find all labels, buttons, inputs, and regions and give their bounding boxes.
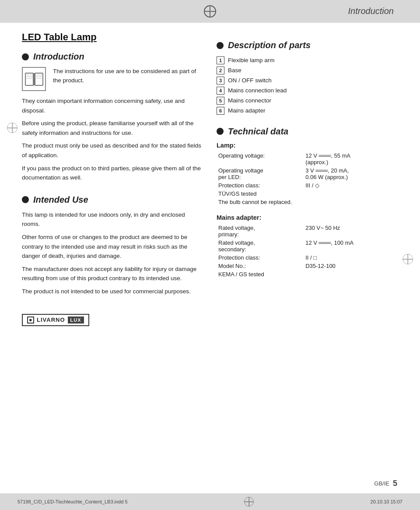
- parts-list: 1 Flexible lamp arm 2 Base 3 ON / OFF sw…: [217, 56, 398, 116]
- description-title: Description of parts: [228, 40, 311, 50]
- lamp-val-3: III / ◇: [304, 181, 398, 190]
- logo-suffix: LUX: [68, 317, 84, 324]
- mains-val-2: 12 V ═══, 100 mA: [304, 239, 398, 253]
- intended-text-4: The product is not intended to be used f…: [22, 287, 203, 296]
- right-column: Description of parts 1 Flexible lamp arm…: [217, 32, 398, 485]
- footer: 57198_C/D_LED-Tischleuchte_Content_LB3.i…: [0, 493, 420, 510]
- mains-val-3: II / □: [304, 253, 398, 262]
- part-label-3: ON / OFF switch: [228, 76, 272, 86]
- lamp-title: Lamp:: [217, 142, 398, 149]
- intro-bullet-icon: [22, 53, 29, 60]
- page-title-top: Introduction: [348, 6, 394, 16]
- table-row: TÜV/GS tested: [217, 190, 398, 198]
- mains-kema: KEMA / GS tested: [217, 270, 398, 278]
- table-row: Model No.: D35-12-100: [217, 262, 398, 270]
- part-num-3: 3: [217, 77, 224, 84]
- part-label-5: Mains connector: [228, 96, 271, 106]
- lamp-key-1: Operating voltage:: [217, 151, 304, 166]
- product-title: LED Table Lamp: [22, 32, 203, 43]
- logo-icon: ■: [27, 317, 34, 324]
- technical-bullet-icon: [217, 128, 224, 135]
- mains-val-4: D35-12-100: [304, 262, 398, 270]
- footer-crosshair-icon: [244, 497, 254, 506]
- description-heading: Description of parts: [217, 40, 398, 50]
- part-num-4: 4: [217, 87, 224, 95]
- right-crosshair-icon: [402, 254, 413, 264]
- technical-section: Technical data Lamp: Operating voltage: …: [217, 127, 398, 278]
- technical-heading: Technical data: [217, 127, 398, 137]
- list-item: 6 Mains adapter: [217, 106, 398, 116]
- description-section: Description of parts 1 Flexible lamp arm…: [217, 40, 398, 116]
- intro-text-3: Before using the product, please familia…: [22, 119, 203, 137]
- intro-text-2: They contain important information conce…: [22, 96, 203, 115]
- list-item: 4 Mains connection lead: [217, 86, 398, 96]
- part-label-4: Mains connection lead: [228, 86, 287, 96]
- part-num-6: 6: [217, 107, 224, 115]
- intro-heading: Introduction: [22, 52, 203, 62]
- intro-info-row: The instructions for use are to be consi…: [22, 67, 203, 91]
- list-item: 3 ON / OFF switch: [217, 76, 398, 86]
- lamp-tuv: TÜV/GS tested: [217, 190, 398, 198]
- header-bar: Introduction: [0, 0, 420, 23]
- intro-text-5: If you pass the product on to third part…: [22, 164, 203, 183]
- mains-val-1: 230 V~ 50 Hz: [304, 224, 398, 239]
- intended-text-1: This lamp is intended for use indoors on…: [22, 210, 203, 229]
- mains-title: Mains adapter:: [217, 214, 398, 221]
- intended-use-bullet-icon: [22, 196, 29, 203]
- part-label-6: Mains adapter: [228, 106, 266, 116]
- lamp-data-table: Operating voltage: 12 V ═══, 55 mA(appro…: [217, 151, 398, 206]
- page: Introduction LED Table Lamp: [0, 0, 420, 510]
- table-row: Rated voltage,primary: 230 V~ 50 Hz: [217, 224, 398, 239]
- intro-title: Introduction: [33, 52, 84, 62]
- table-row: Operating voltage: 12 V ═══, 55 mA(appro…: [217, 151, 398, 166]
- logo-area: ■ LIVARNO LUX: [22, 314, 203, 326]
- table-row: Protection class: II / □: [217, 253, 398, 262]
- lamp-val-1: 12 V ═══, 55 mA(approx.): [304, 151, 398, 166]
- mains-data-table: Rated voltage,primary: 230 V~ 50 Hz Rate…: [217, 224, 398, 278]
- mains-key-3: Protection class:: [217, 253, 304, 262]
- mains-key-4: Model No.:: [217, 262, 304, 270]
- page-num: 5: [393, 479, 397, 488]
- lamp-key-2: Operating voltageper LED:: [217, 166, 304, 181]
- description-bullet-icon: [217, 42, 224, 49]
- intended-use-section: Intended Use This lamp is intended for u…: [22, 195, 203, 296]
- list-item: 1 Flexible lamp arm: [217, 56, 398, 66]
- main-content: LED Table Lamp Introduction: [0, 23, 420, 493]
- part-label-1: Flexible lamp arm: [228, 56, 275, 66]
- table-row: The bulb cannot be replaced.: [217, 198, 398, 206]
- footer-left: 57198_C/D_LED-Tischleuchte_Content_LB3.i…: [18, 499, 128, 504]
- intro-text-block: The instructions for use are to be consi…: [53, 67, 203, 85]
- table-row: Operating voltageper LED: 3 V ═══, 20 mA…: [217, 166, 398, 181]
- technical-title: Technical data: [228, 127, 288, 137]
- table-row: Protection class: III / ◇: [217, 181, 398, 190]
- crosshair-horizontal: [204, 11, 216, 12]
- mains-key-2: Rated voltage,secondary:: [217, 239, 304, 253]
- lamp-bulb: The bulb cannot be replaced.: [217, 198, 398, 206]
- part-label-2: Base: [228, 66, 242, 76]
- left-column: LED Table Lamp Introduction: [22, 32, 203, 485]
- table-row: Rated voltage,secondary: 12 V ═══, 100 m…: [217, 239, 398, 253]
- book-svg: [24, 71, 44, 87]
- intended-text-3: The manufacturer does not accept any lia…: [22, 264, 203, 283]
- header-crosshair: [204, 5, 216, 18]
- livarno-logo: ■ LIVARNO LUX: [22, 314, 89, 326]
- table-row: KEMA / GS tested: [217, 270, 398, 278]
- part-num-5: 5: [217, 97, 224, 105]
- part-num-1: 1: [217, 56, 224, 64]
- intended-use-title: Intended Use: [33, 195, 88, 205]
- footer-right: 20.10.10 15:07: [371, 499, 402, 504]
- intended-text-2: Other forms of use or changes to the pro…: [22, 232, 203, 261]
- intended-use-heading: Intended Use: [22, 195, 203, 205]
- part-num-2: 2: [217, 67, 224, 74]
- page-badge-area: GB/IE 5: [374, 479, 397, 488]
- logo-brand: LIVARNO: [37, 317, 65, 323]
- list-item: 5 Mains connector: [217, 96, 398, 106]
- lamp-val-2: 3 V ═══, 20 mA,0.06 W (approx.): [304, 166, 398, 181]
- list-item: 2 Base: [217, 66, 398, 76]
- info-book-icon: [22, 67, 46, 91]
- left-crosshair-icon: [7, 123, 18, 133]
- lamp-key-3: Protection class:: [217, 181, 304, 190]
- intro-section: Introduction: [22, 52, 203, 183]
- mains-key-1: Rated voltage,primary:: [217, 224, 304, 239]
- intro-text-4: The product must only be used as describ…: [22, 141, 203, 160]
